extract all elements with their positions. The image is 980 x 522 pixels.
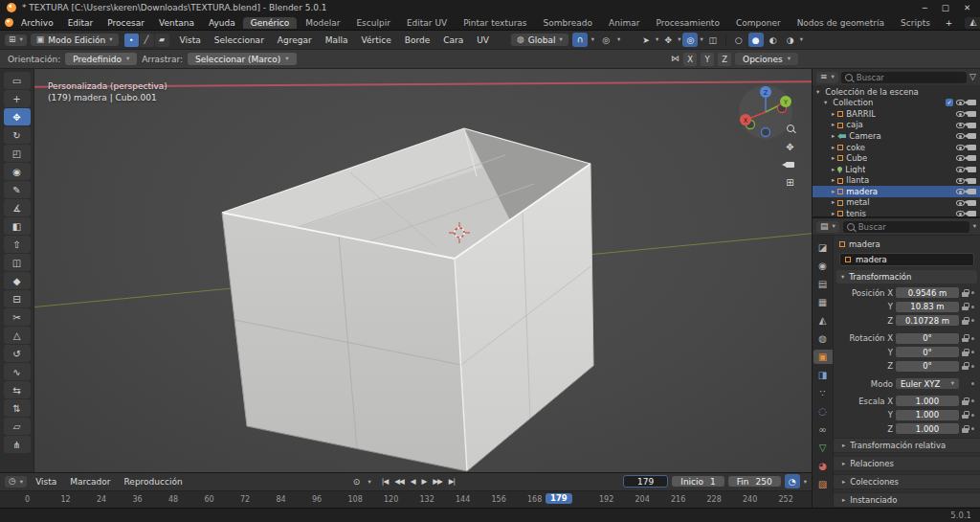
tool-add-cube[interactable]: ◧ xyxy=(4,217,31,235)
lock-icon[interactable] xyxy=(962,397,969,405)
disable-render-icon[interactable] xyxy=(968,111,976,117)
outliner-item-caja[interactable]: ▸ caja xyxy=(813,120,980,131)
workspace-tab[interactable]: Modelar xyxy=(298,17,347,29)
viewport-menu[interactable]: Vértice xyxy=(356,35,395,45)
properties-tab-modifiers[interactable]: ◨ xyxy=(813,368,833,382)
maximize-button[interactable]: □ xyxy=(942,3,949,12)
face-select-button[interactable]: ▰ xyxy=(155,34,169,47)
value-field[interactable]: 10.83 m ▾ xyxy=(896,302,959,312)
snap-toggle[interactable]: ∪ xyxy=(572,33,588,47)
collection-row[interactable]: ▾ Collection ✓ xyxy=(813,98,980,109)
mirror-axis-button[interactable]: Z xyxy=(718,53,731,66)
lock-icon[interactable] xyxy=(962,411,969,419)
disable-render-icon[interactable] xyxy=(968,211,976,216)
lock-icon[interactable] xyxy=(962,317,969,325)
workspace-tab[interactable]: Animar xyxy=(601,17,647,29)
disable-render-icon[interactable] xyxy=(968,123,976,128)
tool-cursor[interactable]: + xyxy=(4,90,31,107)
properties-editor-type-button[interactable]: ▤ ▾ xyxy=(816,221,839,233)
animate-dot-icon[interactable] xyxy=(971,291,974,294)
value-field[interactable]: 0° ▾ xyxy=(896,361,959,372)
object-name-field[interactable]: madera xyxy=(839,253,974,266)
tool-inset-faces[interactable]: ◫ xyxy=(4,254,31,271)
value-field[interactable]: 0.10728 m ▾ xyxy=(896,315,959,326)
viewport-menu[interactable]: Agregar xyxy=(273,35,317,45)
chevron-down-icon[interactable]: ▾ xyxy=(824,100,827,106)
workspace-tab[interactable]: Componer xyxy=(728,17,789,29)
mode-dropdown[interactable]: ▣ Modo Edición ▾ xyxy=(31,34,119,46)
minimize-button[interactable]: ─ xyxy=(923,3,927,12)
lock-icon[interactable] xyxy=(962,425,969,433)
viewport-menu[interactable]: Vista xyxy=(175,35,206,45)
properties-tab-view-layer[interactable]: ▦ xyxy=(813,295,833,309)
properties-tab-particles[interactable]: ∵ xyxy=(813,386,833,400)
lock-icon[interactable] xyxy=(962,349,969,356)
filter-icon[interactable]: ▽ xyxy=(969,73,976,81)
jump-start-button[interactable]: |◀ xyxy=(379,477,390,486)
viewport-menu[interactable]: Seleccionar xyxy=(210,35,269,45)
tool-measure[interactable]: ∡ xyxy=(4,199,31,216)
workspace-tab[interactable]: Scripts xyxy=(893,17,938,29)
outliner-item-tenis[interactable]: ▸ tenis xyxy=(813,209,980,216)
properties-tab-material[interactable]: ◕ xyxy=(813,459,833,473)
workspace-tab[interactable]: Editar UV xyxy=(399,17,455,29)
properties-tab-world[interactable]: ◍ xyxy=(813,331,833,346)
chevron-down-icon[interactable]: ▾ xyxy=(700,36,702,43)
value-field[interactable]: 1.000 ▾ xyxy=(896,410,959,420)
properties-tab-output[interactable]: ▤ xyxy=(813,277,833,291)
tool-annotate[interactable]: ✎ xyxy=(4,181,31,198)
outliner-item-madera[interactable]: ▸ madera xyxy=(813,186,980,197)
animate-dot-icon[interactable] xyxy=(971,319,974,322)
menubar-menu[interactable]: Editar xyxy=(61,18,100,28)
menubar-menu[interactable]: Ayuda xyxy=(202,18,242,28)
chevron-down-icon[interactable]: ▾ xyxy=(816,89,819,96)
chevron-right-icon[interactable]: ▸ xyxy=(832,211,835,216)
tool-move[interactable]: ✥ xyxy=(4,108,31,125)
menubar-menu[interactable]: Archivo xyxy=(14,18,60,28)
chevron-right-icon[interactable]: ▸ xyxy=(832,199,835,206)
workspace-tab[interactable]: Pintar texturas xyxy=(456,17,534,29)
viewport-3d[interactable]: Personalizada (perspectiva) (179) madera… xyxy=(34,69,812,472)
value-field[interactable]: 0.9546 m ▾ xyxy=(896,287,959,298)
camera-view-icon[interactable] xyxy=(786,162,794,168)
outliner-search-input[interactable]: Buscar xyxy=(841,72,967,83)
tool-extrude[interactable]: ⇧ xyxy=(4,236,31,253)
outliner-item-metal[interactable]: ▸ metal xyxy=(813,197,980,209)
chevron-right-icon[interactable]: ▸ xyxy=(832,189,835,195)
collapsed-section[interactable]: ▸ Colecciones xyxy=(834,474,980,489)
animate-dot-icon[interactable] xyxy=(971,351,974,353)
tool-shear[interactable]: ▱ xyxy=(4,418,31,435)
value-field[interactable]: 0° ▾ xyxy=(896,347,959,357)
collection-checkbox[interactable]: ✓ xyxy=(946,99,953,106)
xray-toggle-icon[interactable]: ◫ xyxy=(705,33,721,47)
play-button[interactable]: ▶ xyxy=(418,477,429,486)
disable-render-icon[interactable] xyxy=(968,200,976,206)
viewport-menu[interactable]: Cara xyxy=(438,35,468,45)
tool-edge-slide[interactable]: ⇆ xyxy=(4,381,31,398)
outliner-item-light[interactable]: ▸ Light xyxy=(813,164,980,175)
animate-dot-icon[interactable] xyxy=(971,414,974,417)
mesh-object-box[interactable] xyxy=(34,69,812,472)
options-dropdown[interactable]: Opciones ▾ xyxy=(735,53,798,65)
chevron-right-icon[interactable]: ▸ xyxy=(832,111,835,118)
animate-dot-icon[interactable] xyxy=(971,382,974,385)
collapsed-section[interactable]: ▸ Instanciado xyxy=(834,492,980,508)
gizmo-z-negative[interactable] xyxy=(762,128,770,137)
orientation-dropdown[interactable]: ◍ Global ▾ xyxy=(511,34,568,46)
orientation-preset-dropdown[interactable]: Predefinido ▾ xyxy=(65,53,137,65)
chevron-down-icon[interactable]: ▾ xyxy=(656,36,658,43)
lock-icon[interactable] xyxy=(962,362,969,370)
timeline-menu[interactable]: Vista xyxy=(31,477,61,487)
snap-options-icon[interactable]: ▾ xyxy=(591,36,594,43)
animate-dot-icon[interactable] xyxy=(971,337,974,340)
blender-menu-icon[interactable] xyxy=(5,18,13,27)
properties-tab-physics[interactable]: ◌ xyxy=(813,404,833,419)
outliner-editor-type-button[interactable]: ≡ ▾ xyxy=(816,72,838,83)
tool-knife[interactable]: ✂ xyxy=(4,308,31,326)
value-field[interactable]: 1.000 ▾ xyxy=(896,396,959,406)
outliner-item-coke[interactable]: ▸ coke xyxy=(813,142,980,153)
current-frame-field[interactable]: 179 xyxy=(623,475,668,488)
vertex-select-button[interactable]: ∙ xyxy=(124,34,139,47)
transform-section-header[interactable]: ▾ Transformación xyxy=(836,270,977,284)
disable-render-icon[interactable] xyxy=(968,145,976,150)
